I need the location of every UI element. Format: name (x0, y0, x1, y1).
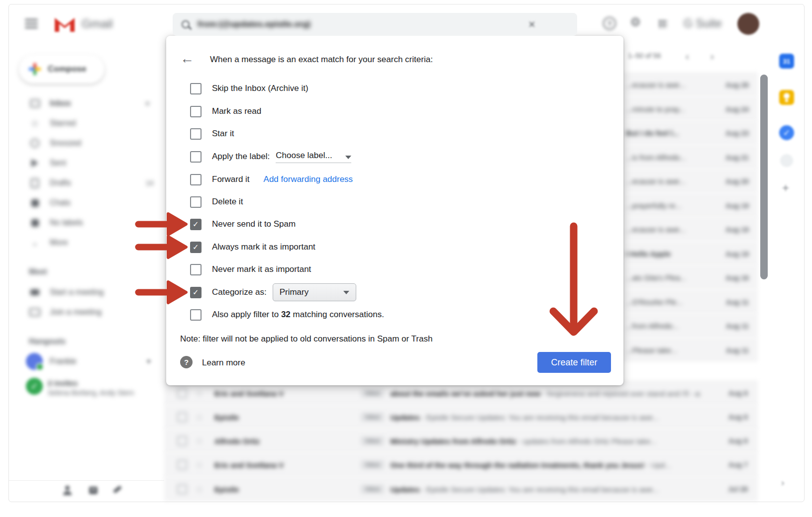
inbox-icon (29, 99, 41, 107)
filter-option-never-important: Never mark it as important (190, 258, 311, 280)
row-star-icon[interactable]: ☆ (195, 485, 203, 494)
row-star-icon[interactable]: ☆ (195, 389, 203, 398)
row-star-icon[interactable]: ☆ (195, 413, 203, 422)
email-row[interactable]: ...minute to pray...Aug 24 (623, 97, 758, 121)
checkbox-apply-label[interactable] (190, 151, 202, 163)
settings-gear-icon[interactable]: ⚙ (630, 16, 641, 28)
filter-option-apply-matching: Also apply filter to 32 matching convers… (190, 304, 384, 326)
email-row[interactable]: ...ecause is awe...Aug 19 (623, 217, 758, 241)
camera-icon (29, 289, 41, 295)
chat-icon (29, 199, 41, 207)
search-bar[interactable]: from:(@updates.epistle.org) × (173, 13, 577, 36)
compose-label: Compose (48, 64, 86, 74)
clear-search-icon[interactable]: × (528, 18, 535, 30)
main-menu-icon[interactable] (25, 19, 38, 29)
phone-icon[interactable] (113, 485, 122, 491)
side-panel-toggle-icon[interactable]: › (781, 477, 784, 488)
sidebar-item-snoozed[interactable]: Snoozed (8, 133, 164, 153)
sidebar-item-drafts[interactable]: Drafts 14 (8, 173, 164, 193)
invites-names: Selena Borberg, Andy Stern (48, 389, 134, 397)
add-forwarding-address-link[interactable]: Add forwarding address (264, 174, 353, 184)
row-star-icon[interactable]: ☆ (195, 460, 203, 470)
label-icon (29, 219, 41, 227)
checkbox-apply-matching[interactable] (190, 309, 202, 321)
add-contact-icon[interactable]: + (146, 356, 152, 367)
contacts-icon[interactable] (63, 486, 72, 495)
email-row[interactable]: ...ecause is awe...Aug 26 (623, 73, 758, 96)
invites-title[interactable]: 2 invites (48, 379, 78, 387)
older-page-icon[interactable]: › (710, 51, 714, 62)
row-star-icon[interactable]: ☆ (195, 436, 203, 446)
sidebar-item-no-labels[interactable]: No labels (8, 213, 164, 233)
newer-page-icon[interactable]: ‹ (686, 51, 689, 62)
sidebar-item-join-meeting[interactable]: Join a meeting (8, 302, 164, 322)
tasks-icon[interactable]: ✓ (779, 125, 794, 140)
email-row[interactable]: I Hello AppleAug 19 (623, 242, 758, 265)
email-row[interactable]: ...Please take...Aug 11 (623, 338, 758, 362)
filter-option-never-spam: Never send it to Spam (190, 213, 296, 235)
sidebar-item-inbox[interactable]: Inbox ▾ (8, 93, 164, 113)
sidebar-item-chats[interactable]: Chats (8, 193, 164, 213)
search-input[interactable]: from:(@updates.epistle.org) (198, 19, 310, 29)
email-row[interactable]: ☆ Epistle Inbox Updates - Epistle Secure… (164, 405, 758, 429)
email-row[interactable]: ...is from Alfredo...Aug 21 (623, 145, 758, 169)
checkbox-categorize[interactable] (190, 287, 202, 298)
filter-option-apply-label: Apply the label: Choose label... (190, 146, 351, 168)
checkbox-mark-read[interactable] (190, 106, 202, 117)
filter-option-forward: Forward it Add forwarding address (190, 169, 353, 190)
filter-option-always-important: Always mark it as important (190, 236, 315, 258)
sidebar-item-start-meeting[interactable]: Start a meeting (8, 282, 164, 302)
sidebar-item-starred[interactable]: ☆ Starred (8, 113, 164, 133)
help-question-icon[interactable]: ? (180, 356, 193, 368)
email-row[interactable]: ☆ Alfredo Ortiz Inbox Ministry Updates f… (164, 429, 758, 453)
hangouts-footer-icon[interactable] (89, 487, 98, 494)
checkbox-always-important[interactable] (190, 242, 202, 253)
email-row[interactable]: ...from Alfredo...Aug 11 (623, 314, 758, 338)
sidebar-item-sent[interactable]: Sent (8, 153, 164, 173)
dialog-title: When a message is an exact match for you… (210, 55, 433, 65)
help-icon[interactable]: ? (603, 17, 616, 30)
category-select[interactable]: Primary (273, 283, 356, 301)
email-row[interactable]: ...ats Gita's Plea...Aug 16 (623, 265, 758, 289)
checkbox-skip-inbox[interactable] (190, 83, 202, 94)
row-checkbox[interactable] (177, 484, 187, 494)
label-chip: Inbox (361, 413, 384, 422)
back-arrow-icon[interactable]: ← (180, 52, 194, 66)
email-row[interactable]: ☆ Eric and Svetlana V Inbox One third of… (164, 452, 758, 477)
email-row[interactable]: ...O'Rourke Ple...Aug 11 (623, 290, 758, 314)
choose-label-dropdown[interactable]: Choose label... (276, 151, 351, 163)
calendar-icon[interactable]: 31 (779, 54, 794, 69)
contact-avatar[interactable] (26, 353, 43, 370)
contact-name[interactable]: Frankie (50, 357, 76, 366)
apps-grid-icon[interactable] (658, 19, 667, 28)
create-filter-button[interactable]: Create filter (537, 352, 611, 373)
row-checkbox[interactable] (177, 412, 187, 422)
checkbox-forward-it[interactable] (190, 174, 202, 185)
email-row[interactable]: ...prayerfully re...Aug 19 (623, 193, 758, 217)
list-scrollbar[interactable] (760, 75, 768, 279)
checkbox-never-spam[interactable] (190, 219, 202, 230)
presence-dot-icon (36, 363, 44, 371)
email-row[interactable]: ...ecause is awe...Aug 20 (623, 169, 758, 193)
get-addons-icon[interactable]: + (782, 181, 789, 195)
email-row[interactable]: But I do feel l...Aug 23 (623, 121, 758, 145)
sidebar-item-more[interactable]: ⌄ More (8, 233, 164, 253)
keep-icon[interactable] (779, 90, 794, 105)
pagination-label: 1–50 of 56 (628, 52, 661, 60)
row-checkbox[interactable] (177, 436, 187, 446)
row-checkbox[interactable] (177, 388, 187, 398)
learn-more-link[interactable]: Learn more (202, 358, 245, 368)
addon-icon[interactable] (780, 154, 793, 167)
compose-button[interactable]: Compose (19, 55, 104, 84)
clock-icon (29, 139, 41, 148)
checkbox-never-important[interactable] (190, 264, 202, 275)
checkbox-delete-it[interactable] (190, 196, 202, 208)
email-row[interactable]: ☆ Epistle Inbox Updates - Epistle Secure… (164, 476, 758, 502)
invites-icon: ✓ (26, 378, 43, 395)
hangouts-section-header: Hangouts (29, 337, 66, 346)
account-avatar[interactable] (737, 13, 759, 35)
star-icon: ☆ (29, 119, 41, 128)
select-arrow-icon (343, 291, 349, 294)
row-checkbox[interactable] (177, 460, 187, 470)
checkbox-star-it[interactable] (190, 128, 202, 140)
